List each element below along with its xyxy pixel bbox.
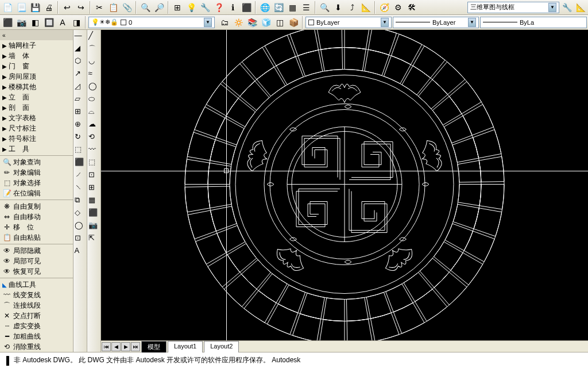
layout-tab-0[interactable]: 模型 (141, 341, 167, 352)
layer-tool-4[interactable]: ◫ (273, 16, 286, 29)
layer-tool-5[interactable]: 📦 (287, 16, 300, 29)
chevron-down-icon[interactable]: ▼ (381, 18, 389, 27)
free-tool-0[interactable]: ❋自由复制 (0, 201, 73, 212)
draw-tool-4[interactable]: ◿ (75, 82, 86, 93)
curve-tool-3[interactable]: ┄虚实变换 (0, 321, 73, 331)
tree-item-6[interactable]: ▶剖 面 (0, 102, 73, 113)
toolbar-button-13[interactable]: 🔧 (199, 1, 211, 14)
toolbar-button-15[interactable]: ℹ (226, 1, 239, 14)
layout-tab-2[interactable]: Layout2 (204, 341, 239, 352)
toolbar-button-9[interactable]: 🔍 (139, 1, 152, 14)
modify-tool-0[interactable]: ╱ (88, 31, 100, 43)
object-tool-0[interactable]: 🔍对象查询 (0, 157, 73, 167)
draw-tool-3[interactable]: ↗ (75, 69, 86, 80)
modify-tool-3[interactable]: ≈ (88, 69, 100, 80)
toolbar-button-16[interactable]: ⬛ (240, 1, 253, 14)
modify-tool-1[interactable]: ⌒ (88, 44, 100, 55)
toolbar-button-20[interactable]: ☰ (300, 1, 312, 14)
toolbar-button-0[interactable]: 📄 (1, 1, 14, 14)
object-tool-3[interactable]: 📝在位编辑 (0, 188, 73, 198)
panel-header[interactable]: « (0, 30, 73, 40)
tree-item-2[interactable]: ▶门 窗 (0, 61, 73, 71)
toolbar-button-11[interactable]: ⊞ (171, 1, 184, 14)
tree-item-7[interactable]: ▶文字表格 (0, 113, 73, 123)
toolbar-button-6[interactable]: ✂ (93, 1, 106, 14)
modify-tool-2[interactable]: ◡ (88, 56, 100, 68)
toolbar-button-24[interactable]: 📐 (359, 1, 372, 14)
drawing-canvas[interactable] (101, 30, 588, 340)
toolbar-button-22[interactable]: ⬇ (332, 1, 345, 14)
curve-tool-5[interactable]: ⟲消除重线 (0, 342, 73, 352)
toolbar-button-18[interactable]: 🔄 (272, 1, 285, 14)
edit-button-0[interactable]: ⬛ (1, 16, 14, 29)
modify-tool-12[interactable]: ⊞ (88, 183, 100, 194)
edit-button-2[interactable]: ◧ (29, 16, 41, 29)
modify-tool-9[interactable]: 〰 (88, 145, 100, 156)
toolbar-button-26[interactable]: ⚙ (392, 1, 404, 14)
draw-tool-5[interactable]: ▱ (75, 94, 86, 106)
edit-button-4[interactable]: A (56, 16, 69, 29)
free-tool-2[interactable]: ✛移 位 (0, 222, 73, 232)
draw-tool-2[interactable]: ⬡ (75, 56, 86, 68)
toolbar-button-21[interactable]: 🔍 (318, 1, 331, 14)
layer-tool-3[interactable]: 🧊 (260, 16, 272, 29)
object-tool-1[interactable]: ✏对象编辑 (0, 167, 73, 178)
tree-item-8[interactable]: ▶尺寸标注 (0, 123, 73, 133)
modify-tool-7[interactable]: ☁ (88, 120, 100, 131)
edit-button-5[interactable]: ◨ (70, 16, 83, 29)
toolbar-button-1[interactable]: 📃 (15, 1, 28, 14)
toolbar-button-19[interactable]: ▦ (286, 1, 299, 14)
toolbar-button-5[interactable]: ↪ (75, 1, 87, 14)
lineweight-dropdown[interactable]: ByLayer ▼ (393, 17, 479, 28)
chevron-down-icon[interactable]: ▼ (204, 18, 212, 27)
color-dropdown[interactable]: ByLayer ▼ (305, 17, 392, 28)
layer-tool-1[interactable]: 🔅 (232, 16, 245, 29)
draw-tool-6[interactable]: ⊞ (75, 107, 86, 118)
toolbar-extra-0[interactable]: 🔧 (560, 1, 573, 14)
tree-item-4[interactable]: ▶楼梯其他 (0, 82, 73, 92)
tab-nav-2[interactable]: ▶ (121, 342, 130, 351)
free-tool-1[interactable]: ⇔自由移动 (0, 212, 73, 222)
draw-tool-12[interactable]: ⟍ (75, 183, 86, 194)
modify-tool-13[interactable]: ▦ (88, 195, 100, 207)
draw-tool-9[interactable]: ⬚ (75, 145, 86, 156)
object-tool-2[interactable]: ⬚对象选择 (0, 178, 73, 188)
draw-tool-1[interactable]: ◢ (75, 44, 86, 55)
modify-tool-6[interactable]: ⌓ (88, 107, 100, 118)
draw-tool-7[interactable]: ⊕ (75, 120, 86, 131)
vis-tool-2[interactable]: 👁恢复可见 (0, 266, 73, 277)
tab-nav-3[interactable]: ⏭ (131, 342, 140, 351)
draw-tool-13[interactable]: ⧉ (75, 195, 86, 207)
draw-tool-16[interactable]: ⊡ (75, 233, 86, 245)
draw-tool-14[interactable]: ◇ (75, 208, 86, 220)
toolbar-button-3[interactable]: 🖨 (42, 1, 55, 14)
layer-tool-0[interactable]: 🗂 (218, 16, 231, 29)
modify-tool-15[interactable]: 📷 (88, 221, 100, 232)
draw-tool-10[interactable]: ⬛ (75, 158, 86, 169)
curve-tool-0[interactable]: 〰线变复线 (0, 290, 73, 300)
modify-tool-8[interactable]: ⟲ (88, 132, 100, 144)
draw-tool-17[interactable]: A (75, 246, 86, 258)
edit-button-1[interactable]: 📷 (15, 16, 28, 29)
viewstyle-dropdown[interactable]: 三维草图与线框▼ (467, 2, 559, 13)
tab-nav-0[interactable]: ⏮ (102, 342, 111, 351)
toolbar-button-17[interactable]: 🌐 (258, 1, 271, 14)
modify-tool-10[interactable]: ⬚ (88, 158, 100, 169)
draw-tool-8[interactable]: ↻ (75, 132, 86, 144)
layer-tool-2[interactable]: 📚 (246, 16, 258, 29)
toolbar-extra-1[interactable]: 📐 (574, 1, 587, 14)
draw-tool-0[interactable]: — (75, 31, 86, 43)
draw-tool-11[interactable]: ⟋ (75, 170, 86, 182)
tree-item-10[interactable]: ▶工 具 (0, 144, 73, 154)
tree-item-9[interactable]: ▶符号标注 (0, 133, 73, 144)
toolbar-button-7[interactable]: 📋 (107, 1, 119, 14)
toolbar-button-2[interactable]: 💾 (29, 1, 41, 14)
toolbar-button-27[interactable]: 🛠 (405, 1, 418, 14)
modify-tool-14[interactable]: ⬛ (88, 208, 100, 220)
command-line[interactable]: ▐ 非 Autodesk DWG。 此 DWG 文件由非 Autodesk 开发… (0, 352, 588, 368)
edit-button-3[interactable]: 🔲 (42, 16, 55, 29)
toolbar-button-10[interactable]: 🔎 (153, 1, 165, 14)
tree-item-3[interactable]: ▶房间屋顶 (0, 71, 73, 82)
toolbar-button-8[interactable]: 📎 (121, 1, 133, 14)
modify-tool-4[interactable]: ◯ (88, 82, 100, 93)
